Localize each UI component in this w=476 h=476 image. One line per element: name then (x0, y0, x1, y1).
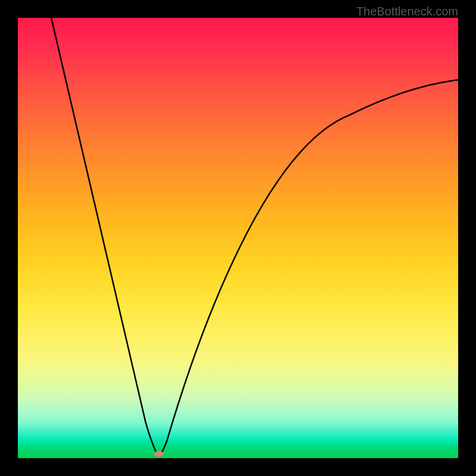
chart-plot-area (18, 18, 458, 458)
watermark-text: TheBottleneck.com (356, 5, 458, 18)
bottleneck-curve-path (51, 18, 458, 456)
curve-overlay (18, 18, 458, 458)
minimum-point-marker (154, 451, 164, 457)
